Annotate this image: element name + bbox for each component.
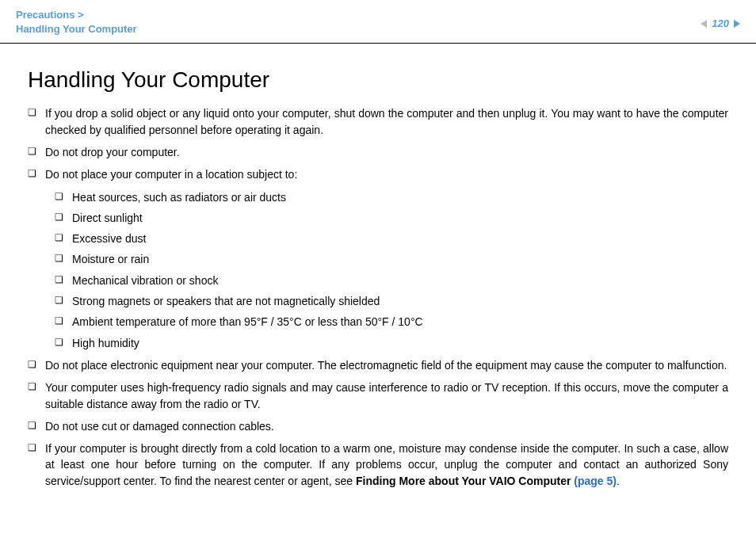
page-content: Handling Your Computer If you drop a sol… [0,44,756,511]
list-item: Do not place your computer in a location… [28,166,728,351]
page-title: Handling Your Computer [28,67,728,93]
precautions-list: If you drop a solid object or any liquid… [28,105,728,489]
breadcrumb-section: Precautions > [16,8,137,22]
sub-list-item: Ambient temperature of more than 95°F / … [55,314,728,330]
breadcrumb-page: Handling Your Computer [16,22,137,36]
breadcrumb: Precautions > Handling Your Computer [16,8,137,36]
sub-list-item: Heat sources, such as radiators or air d… [55,189,728,205]
page-reference-link[interactable]: (page 5) [574,475,617,487]
list-item: If your computer is brought directly fro… [28,441,728,489]
page-header: Precautions > Handling Your Computer 120 [0,0,756,44]
list-item: Do not place electronic equipment near y… [28,357,728,373]
list-item: Your computer uses high-frequency radio … [28,380,728,412]
sub-list: Heat sources, such as radiators or air d… [55,189,728,351]
text-span: Finding More about Your VAIO Computer [356,475,574,487]
text-span: . [617,475,620,487]
page-number: 120 [712,17,729,29]
page-nav: 120 [701,17,740,29]
sub-list-item: Direct sunlight [55,210,728,226]
prev-page-icon[interactable] [701,20,707,28]
next-page-icon[interactable] [734,20,740,28]
sub-list-item: High humidity [55,335,728,351]
sub-list-item: Mechanical vibration or shock [55,273,728,288]
sub-list-item: Moisture or rain [55,251,728,267]
list-item: Do not use cut or damaged connection cab… [28,418,728,434]
sub-list-item: Excessive dust [55,231,728,246]
list-item: If you drop a solid object or any liquid… [28,105,728,138]
sub-list-item: Strong magnets or speakers that are not … [55,293,728,309]
list-item: Do not drop your computer. [28,144,728,160]
